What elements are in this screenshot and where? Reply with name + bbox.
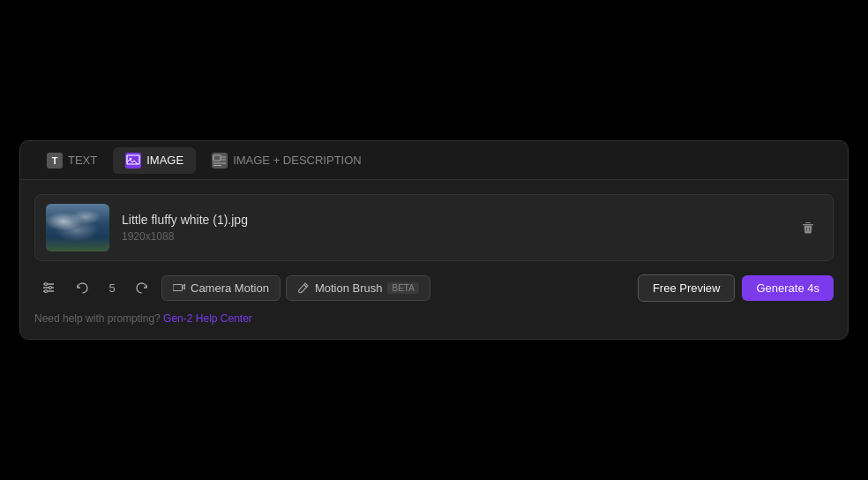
tab-image-desc-label: IMAGE + DESCRIPTION	[233, 154, 362, 167]
image-desc-tab-icon	[212, 153, 228, 169]
tab-image-label: IMAGE	[146, 154, 183, 167]
tab-image[interactable]: IMAGE	[113, 147, 196, 174]
tab-text-label: TEXT	[68, 154, 97, 167]
duration-value[interactable]: 5	[101, 281, 123, 295]
help-section: Need help with prompting? Gen-2 Help Cen…	[34, 312, 834, 325]
image-thumbnail	[46, 204, 109, 251]
help-center-link[interactable]: Gen-2 Help Center	[163, 312, 252, 325]
delete-image-button[interactable]	[794, 214, 822, 242]
tab-text[interactable]: T TEXT	[34, 147, 109, 174]
svg-point-14	[49, 287, 52, 289]
undo-button[interactable]	[68, 274, 96, 302]
main-panel: T TEXT IMAGE	[19, 140, 849, 340]
image-card: Little fluffy white (1).jpg 1920x1088	[34, 194, 834, 261]
thumbnail-preview	[46, 204, 109, 251]
help-text-label: Need help with prompting?	[34, 312, 161, 325]
svg-line-16	[303, 285, 306, 288]
svg-point-15	[45, 290, 48, 293]
tab-bar: T TEXT IMAGE	[20, 141, 848, 180]
free-preview-button[interactable]: Free Preview	[638, 274, 736, 302]
image-info: Little fluffy white (1).jpg 1920x1088	[122, 213, 794, 243]
redo-button[interactable]	[128, 274, 156, 302]
image-tab-icon	[125, 153, 141, 169]
image-filename: Little fluffy white (1).jpg	[122, 213, 794, 227]
motion-brush-label: Motion Brush	[315, 281, 383, 295]
image-dimensions: 1920x1088	[122, 230, 794, 243]
settings-icon-button[interactable]	[34, 274, 63, 302]
svg-rect-7	[803, 224, 813, 225]
svg-rect-2	[213, 155, 221, 161]
camera-motion-button[interactable]: Camera Motion	[161, 275, 281, 301]
toolbar-right: Free Preview Generate 4s	[638, 274, 834, 302]
svg-rect-0	[127, 155, 139, 164]
camera-motion-label: Camera Motion	[191, 281, 269, 295]
text-tab-icon: T	[47, 153, 63, 169]
beta-badge: BETA	[387, 282, 418, 294]
toolbar-left: 5 Camera Motion	[34, 274, 631, 302]
content-area: Little fluffy white (1).jpg 1920x1088	[20, 180, 848, 339]
generate-button[interactable]: Generate 4s	[742, 275, 834, 301]
svg-point-13	[45, 283, 48, 286]
motion-brush-button[interactable]: Motion Brush BETA	[286, 275, 430, 301]
tab-image-description[interactable]: IMAGE + DESCRIPTION	[199, 147, 374, 174]
toolbar: 5 Camera Motion	[34, 274, 834, 302]
